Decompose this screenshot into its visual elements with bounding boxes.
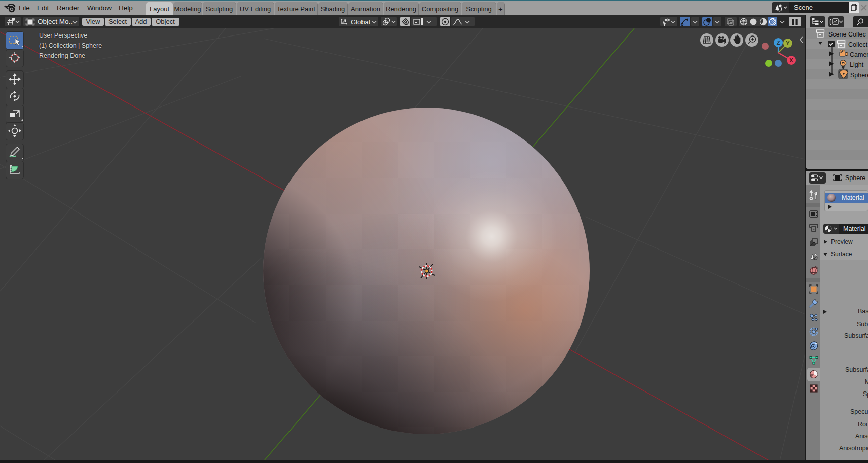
svg-text:X: X	[789, 57, 793, 63]
svg-text:Light: Light	[850, 61, 864, 68]
svg-text:Global: Global	[351, 18, 370, 26]
svg-text:Scene Collec: Scene Collec	[828, 31, 866, 38]
svg-text:Sphere: Sphere	[850, 72, 868, 79]
svg-text:Z: Z	[777, 40, 780, 46]
svg-text:Y: Y	[786, 40, 790, 46]
svg-text:Camer: Camer	[850, 51, 868, 58]
svg-text:Collect: Collect	[848, 41, 868, 48]
svg-text:Sphere: Sphere	[845, 174, 865, 182]
